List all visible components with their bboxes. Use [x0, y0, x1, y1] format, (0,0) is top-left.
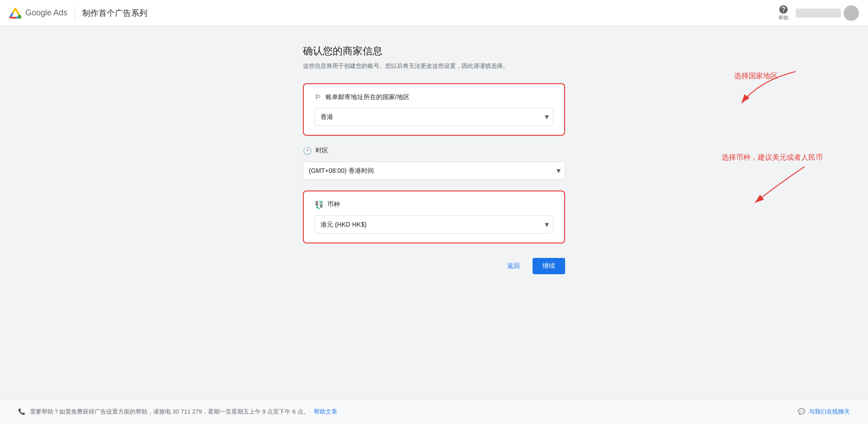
phone-icon: 📞	[18, 408, 25, 415]
continue-button[interactable]: 继续	[533, 258, 565, 274]
account-info	[796, 5, 859, 21]
page-subtitle: 这些信息将用于创建您的账号。您以后将无法更改这些设置，因此请谨慎选择。	[303, 62, 565, 71]
country-label: 🏳 账单邮寄地址所在的国家/地区	[315, 93, 553, 101]
header-divider	[75, 6, 75, 20]
timezone-section: 🕐 时区 (GMT+08:00) 香港时间 (GMT+08:00) 北京时间 (…	[303, 147, 565, 180]
timezone-select[interactable]: (GMT+08:00) 香港时间 (GMT+08:00) 北京时间 (GMT+0…	[303, 162, 565, 180]
svg-point-2	[18, 15, 21, 19]
main-content: 确认您的商家信息 这些信息将用于创建您的账号。您以后将无法更改这些设置，因此请谨…	[0, 26, 868, 399]
timezone-label-text: 时区	[316, 147, 328, 155]
timezone-label: 🕐 时区	[303, 147, 565, 155]
currency-select[interactable]: 港元 (HKD HK$) 美元 (USD $) 人民币 (CNY ¥) 欧元 (…	[315, 215, 553, 233]
page-heading: 制作首个广告系列	[82, 8, 147, 19]
country-select-wrapper: 香港 中国大陆 台湾 美国 日本 ▾	[315, 108, 553, 126]
currency-section: 💱 币种 港元 (HKD HK$) 美元 (USD $) 人民币 (CNY ¥)…	[303, 191, 565, 243]
app-header: Google Ads 制作首个广告系列 帮助	[0, 0, 868, 26]
footer-help: 📞 需要帮助？如需免费获得广告设置方面的帮助，请致电 30 711 279，星期…	[18, 408, 337, 416]
help-icon	[778, 5, 788, 14]
currency-select-wrapper: 港元 (HKD HK$) 美元 (USD $) 人民币 (CNY ¥) 欧元 (…	[315, 215, 553, 233]
user-avatar[interactable]	[844, 5, 859, 21]
back-button[interactable]: 返回	[502, 258, 525, 274]
footer-help-text: 需要帮助？如需免费获得广告设置方面的帮助，请致电 30 711 279，星期一至…	[30, 408, 309, 416]
buttons-row: 返回 继续	[303, 258, 565, 274]
flag-icon: 🏳	[315, 93, 322, 101]
help-button[interactable]: 帮助	[778, 5, 788, 21]
country-section: 🏳 账单邮寄地址所在的国家/地区 香港 中国大陆 台湾 美国 日本 ▾	[303, 83, 565, 136]
logo-area: Google Ads	[9, 7, 67, 19]
footer-help-link[interactable]: 帮助文章	[314, 408, 337, 416]
help-label: 帮助	[778, 14, 788, 21]
country-label-text: 账单邮寄地址所在的国家/地区	[326, 93, 410, 101]
annotation-country: 选择国家地区	[734, 71, 778, 81]
arrow-country	[723, 62, 823, 117]
country-select[interactable]: 香港 中国大陆 台湾 美国 日本	[315, 108, 553, 126]
google-ads-logo-icon	[9, 7, 22, 19]
timezone-select-wrapper: (GMT+08:00) 香港时间 (GMT+08:00) 北京时间 (GMT+0…	[303, 162, 565, 180]
brand-name: Google Ads	[25, 8, 67, 18]
header-right: 帮助	[778, 5, 859, 21]
footer-chat[interactable]: 💬 与我们在线聊天	[798, 408, 850, 416]
chat-text: 与我们在线聊天	[809, 408, 850, 416]
chat-icon: 💬	[798, 408, 805, 415]
currency-label: 💱 币种	[315, 200, 553, 209]
form-container: 确认您的商家信息 这些信息将用于创建您的账号。您以后将无法更改这些设置，因此请谨…	[303, 44, 565, 372]
annotation-currency: 选择币种，建议美元或者人民币	[722, 153, 823, 162]
app-footer: 📞 需要帮助？如需免费获得广告设置方面的帮助，请致电 30 711 279，星期…	[0, 399, 868, 424]
page-title: 确认您的商家信息	[303, 44, 565, 58]
clock-icon: 🕐	[303, 147, 312, 155]
currency-icon: 💱	[315, 200, 324, 209]
currency-label-text: 币种	[327, 200, 340, 209]
arrow-currency	[732, 153, 832, 216]
account-name-blur	[796, 9, 841, 18]
